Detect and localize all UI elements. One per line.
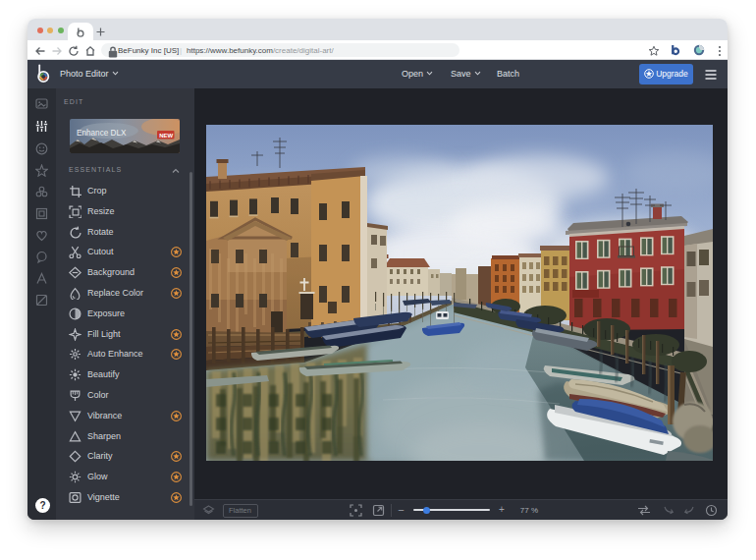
svg-text:Enhance DLX: Enhance DLX <box>77 129 127 138</box>
svg-text:NEW: NEW <box>159 133 173 139</box>
